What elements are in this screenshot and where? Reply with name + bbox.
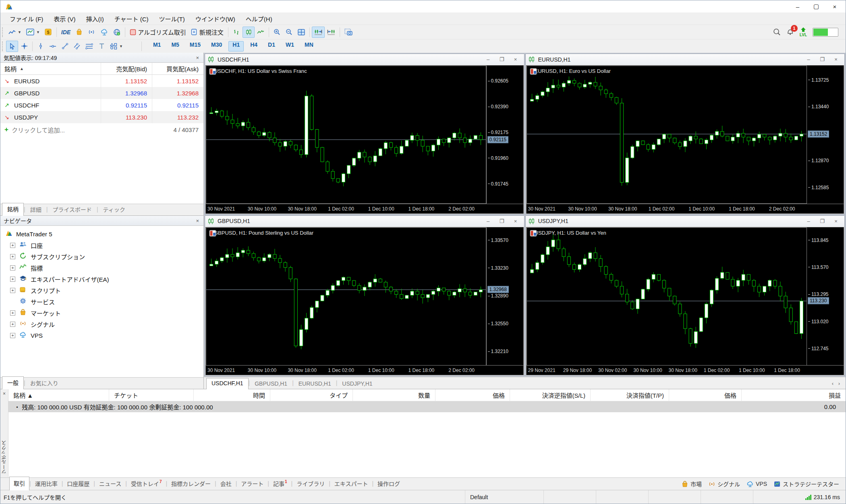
toolbox-right-1[interactable]: シグナル	[708, 480, 740, 488]
price-axis[interactable]: 113.845113.570113.295113.020112.745113.2…	[807, 227, 844, 366]
toolbox-tab-7[interactable]: アラート	[237, 477, 267, 490]
chart-tab-usdchf[interactable]: USDCHF,H1	[206, 378, 249, 389]
menu-item-6[interactable]: ヘルプ(H)	[241, 13, 278, 25]
market-watch-add-row[interactable]: + クリックして追加... 4 / 40377	[0, 123, 203, 136]
time-axis[interactable]: 29 Nov 202129 Nov 18:0030 Nov 02:0030 No…	[527, 365, 844, 375]
market-watch-row-eurusd[interactable]: ↘EURUSD1.131521.13152	[0, 75, 203, 87]
metaeditor-ide-button[interactable]: IDE	[59, 27, 73, 38]
navigator-item-3[interactable]: +エキスパートアドバイザ(EA)	[4, 273, 203, 285]
algo-trading-button[interactable]: アルゴリズム取引	[127, 27, 189, 38]
expand-icon[interactable]: +	[10, 243, 15, 248]
cursor-tool-button[interactable]	[6, 41, 18, 52]
toolbar-grip[interactable]	[2, 41, 4, 51]
minimize-button[interactable]: –	[788, 1, 807, 12]
toolbox-right-3[interactable]: ストラテジーテスター	[773, 480, 839, 488]
toolbox-tab-1[interactable]: 運用比率	[31, 477, 62, 490]
toolbox-tab-0[interactable]: 取引	[9, 477, 29, 490]
navigator-item-4[interactable]: +スクリプト	[4, 285, 203, 296]
time-axis[interactable]: 30 Nov 202130 Nov 10:0030 Nov 18:001 Dec…	[206, 365, 523, 375]
vertical-line-tool-button[interactable]	[35, 41, 47, 52]
close-button[interactable]: ×	[825, 1, 844, 12]
timeframe-m30[interactable]: M30	[207, 41, 226, 52]
market-watch-tab-3[interactable]: ティック	[98, 204, 130, 215]
navigator-item-8[interactable]: +VPS	[4, 330, 203, 341]
toolbox-tab-3[interactable]: ニュース	[95, 477, 125, 490]
chart-canvas[interactable]: USDCHF, H1: US Dollar vs Swiss Franc0.92…	[205, 65, 524, 214]
chart-minimize-button[interactable]: –	[802, 218, 815, 224]
chart-window-titlebar[interactable]: USDCHF,H1–❐×	[205, 54, 524, 65]
candlestick-mode-button[interactable]	[243, 27, 255, 38]
menu-item-0[interactable]: ファイル (F)	[4, 13, 48, 25]
market-watch-tab-2[interactable]: プライスボード	[48, 204, 97, 215]
channel-tool-button[interactable]	[71, 41, 83, 52]
chart-tab-eurusd[interactable]: EURUSD,H1	[294, 379, 336, 389]
toolbox-close-icon[interactable]: ×	[3, 391, 6, 397]
tile-windows-button[interactable]	[295, 27, 307, 38]
navigator-tab-0[interactable]: 一般	[2, 376, 24, 389]
expand-icon[interactable]: +	[10, 265, 15, 271]
maximize-button[interactable]: ▢	[807, 1, 825, 12]
navigator-tab-1[interactable]: お気に入り	[25, 377, 63, 389]
navigator-close-icon[interactable]: ×	[195, 218, 200, 224]
market-button[interactable]	[73, 27, 85, 38]
tab-scroll-arrows[interactable]: ‹ ›	[828, 380, 846, 389]
fibonacci-tool-button[interactable]	[83, 41, 95, 52]
bar-chart-mode-button[interactable]	[230, 27, 243, 38]
navigator-item-7[interactable]: +シグナル	[4, 318, 203, 330]
status-profile[interactable]: Default	[465, 490, 543, 504]
market-watch-row-usdchf[interactable]: ↗USDCHF0.921150.92115	[0, 99, 203, 111]
navigator-item-0[interactable]: +口座	[4, 240, 203, 251]
menu-item-2[interactable]: 挿入(I)	[81, 13, 109, 25]
expand-icon[interactable]: +	[10, 310, 15, 316]
toolbox-right-2[interactable]: VPS	[746, 481, 767, 487]
timeframe-h4[interactable]: H4	[246, 41, 261, 52]
price-axis[interactable]: 0.926050.923900.921750.919600.917450.921…	[486, 66, 523, 204]
timeframe-w1[interactable]: W1	[282, 41, 298, 52]
chart-canvas[interactable]: USDJPY, H1: US Dollar vs Yen113.845113.5…	[526, 227, 844, 376]
market-watch-row-gbpusd[interactable]: ↗GBPUSD1.329681.32968	[0, 87, 203, 99]
chart-profiles-button[interactable]: ▼	[24, 27, 42, 38]
timeframe-m5[interactable]: M5	[167, 41, 183, 52]
toolbox-header[interactable]: 銘柄 ▲チケット時間タイプ数量価格決済逆指値(S/L)決済指値(T/P)価格損益	[8, 389, 846, 401]
price-axis[interactable]: 1.137251.134401.128701.125851.13152	[807, 66, 844, 204]
navigator-root[interactable]: MetaTrader 5	[4, 228, 203, 240]
market-watch-tab-1[interactable]: 詳細	[25, 204, 46, 215]
timeframe-d1[interactable]: D1	[264, 41, 279, 52]
auto-scroll-button[interactable]	[325, 27, 338, 38]
charts-menu-button[interactable]: ▼	[6, 27, 24, 38]
chart-close-button[interactable]: ×	[510, 218, 522, 224]
timeframe-m1[interactable]: M1	[149, 41, 165, 52]
toolbox-tab-6[interactable]: 会社	[216, 477, 236, 490]
menu-item-5[interactable]: ウインドウ(W)	[190, 13, 241, 25]
chart-tab-usdjpy[interactable]: USDJPY,H1	[337, 379, 377, 389]
toolbox-tab-9[interactable]: ライブラリ	[292, 477, 329, 490]
time-axis[interactable]: 30 Nov 202130 Nov 10:0030 Nov 18:001 Dec…	[206, 204, 523, 213]
menu-item-3[interactable]: チャート (C)	[109, 13, 154, 25]
chart-window-titlebar[interactable]: EURUSD,H1–❐×	[526, 54, 845, 65]
market-watch-close-icon[interactable]: ×	[195, 55, 200, 61]
community-button[interactable]: +	[111, 27, 123, 38]
chart-maximize-button[interactable]: ❐	[816, 218, 828, 224]
toolbox-tab-11[interactable]: 操作ログ	[373, 477, 404, 490]
toolbox-right-0[interactable]: 市場	[681, 480, 702, 488]
expand-icon[interactable]: +	[10, 288, 15, 293]
toolbar-grip[interactable]	[2, 27, 4, 37]
chart-window-titlebar[interactable]: GBPUSD,H1–❐×	[205, 216, 524, 227]
timeframe-mn[interactable]: MN	[301, 41, 317, 52]
signals-button[interactable]	[85, 27, 98, 38]
navigator-item-6[interactable]: +マーケット	[4, 307, 203, 318]
toolbox-tab-8[interactable]: 記事1	[269, 477, 291, 490]
vps-button[interactable]	[98, 27, 111, 38]
chart-canvas[interactable]: EURUSD, H1: Euro vs US Dollar1.137251.13…	[526, 65, 844, 214]
navigator-item-1[interactable]: +サブスクリプション	[4, 251, 203, 262]
screenshot-button[interactable]	[342, 27, 355, 38]
navigator-item-2[interactable]: +指標	[4, 262, 203, 273]
zoom-in-button[interactable]	[271, 27, 283, 38]
market-watch-row-usdjpy[interactable]: ↘USDJPY113.230113.232	[0, 111, 203, 123]
toolbox-tab-2[interactable]: 口座履歴	[63, 477, 93, 490]
shapes-tool-button[interactable]: ▼	[108, 41, 125, 52]
chart-tab-gbpusd[interactable]: GBPUSD,H1	[250, 379, 292, 389]
toolbox-tab-10[interactable]: エキスパート	[330, 477, 372, 490]
chart-window-titlebar[interactable]: USDJPY,H1–❐×	[526, 216, 845, 227]
market-watch-tab-0[interactable]: 銘柄	[2, 203, 24, 216]
